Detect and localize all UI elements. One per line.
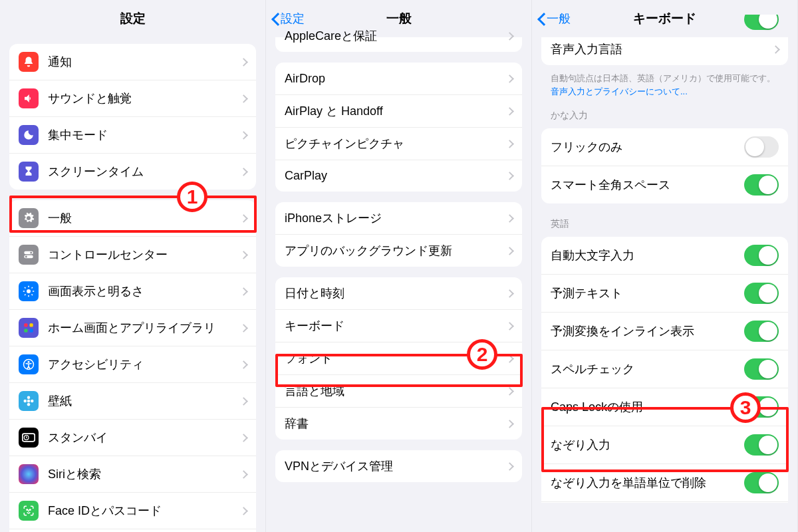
svg-point-12 [27, 396, 31, 400]
label: アクセシビリティ [48, 356, 241, 372]
chevron-right-icon [505, 354, 514, 363]
row-sos[interactable]: SOS 緊急 SOS [9, 529, 256, 532]
label: 通知 [48, 54, 241, 70]
row-capslock[interactable]: Caps Lockの使用 [541, 388, 788, 426]
label: AirPlay と Handoff [285, 103, 507, 119]
chevron-right-icon [239, 324, 248, 332]
label: VPNとデバイス管理 [285, 458, 507, 474]
row-slide-delete[interactable]: なぞり入力を単語単位で削除 [541, 464, 788, 501]
back-button-general[interactable]: 設定 [271, 11, 305, 27]
svg-rect-5 [24, 323, 27, 327]
toggle-slide-delete[interactable] [744, 472, 779, 493]
row-control-center[interactable]: コントロールセンター [9, 236, 256, 273]
svg-point-13 [27, 403, 31, 406]
siri-icon [19, 464, 39, 484]
toggle-predictive[interactable] [744, 283, 779, 304]
label: ホーム画面とアプリライブラリ [48, 320, 241, 336]
row-voice-lang[interactable]: 音声入力言語 [541, 33, 788, 65]
row-siri[interactable]: Siriと検索 [9, 456, 256, 492]
row-focus[interactable]: 集中モード [9, 116, 256, 153]
row-inline[interactable]: 予測変換をインライン表示 [541, 312, 788, 350]
svg-point-11 [27, 400, 31, 403]
general-group-b: AirDrop AirPlay と Handoff ピクチャインピクチャ Car… [275, 63, 522, 192]
chevron-right-icon [505, 387, 514, 396]
label: 日付と時刻 [285, 285, 507, 301]
label: フォント [285, 350, 507, 366]
svg-rect-7 [24, 329, 27, 332]
toggle-spellcheck[interactable] [744, 358, 779, 380]
general-group-d: 日付と時刻 キーボード フォント 言語と地域 辞書 [275, 277, 522, 440]
row-pip[interactable]: ピクチャインピクチャ [275, 127, 522, 160]
chevron-right-icon [239, 287, 248, 296]
row-voice-prev[interactable] [541, 15, 788, 33]
toggle-icon [19, 245, 39, 265]
section-head-kana: かな入力 [532, 106, 797, 126]
label: 集中モード [48, 127, 241, 143]
row-notifications[interactable]: 通知 [9, 44, 256, 80]
row-standby[interactable]: スタンバイ [9, 419, 256, 456]
chevron-right-icon [239, 214, 248, 223]
general-group-a: AppleCareと保証 [275, 25, 522, 52]
row-carplay[interactable]: CarPlay [275, 160, 522, 192]
row-period[interactable]: ピリオドの簡易入力 [541, 501, 788, 503]
grid-icon [19, 318, 39, 338]
keyboard-scroll[interactable]: 音声入力言語 自動句読点は日本語、英語（アメリカ）で使用可能です。 音声入力とプ… [532, 8, 797, 503]
faceid-icon [19, 501, 39, 521]
general-scroll[interactable]: AppleCareと保証 AirDrop AirPlay と Handoff ピ… [266, 19, 531, 513]
row-keyboard[interactable]: キーボード [275, 309, 522, 342]
svg-rect-6 [30, 323, 33, 327]
row-display[interactable]: 画面表示と明るさ [9, 273, 256, 309]
row-storage[interactable]: iPhoneストレージ [275, 202, 522, 234]
label: スペルチェック [551, 361, 744, 377]
accessibility-icon [19, 354, 39, 374]
row-airdrop[interactable]: AirDrop [275, 63, 522, 94]
toggle-slide[interactable] [744, 434, 779, 456]
toggle-inline[interactable] [744, 321, 779, 342]
row-airplay[interactable]: AirPlay と Handoff [275, 94, 522, 127]
row-flick-only[interactable]: フリックのみ [541, 128, 788, 166]
row-smart-space[interactable]: スマート全角スペース [541, 166, 788, 203]
toggle-prev[interactable] [744, 15, 779, 30]
label: 予測変換をインライン表示 [551, 323, 744, 339]
row-autocap[interactable]: 自動大文字入力 [541, 237, 788, 274]
chevron-right-icon [239, 434, 248, 442]
chevron-right-icon [505, 140, 514, 148]
row-home-screen[interactable]: ホーム画面とアプリライブラリ [9, 309, 256, 346]
row-wallpaper[interactable]: 壁紙 [9, 382, 256, 419]
row-bgrefresh[interactable]: アプリのバックグラウンド更新 [275, 234, 522, 267]
label: AirDrop [285, 72, 507, 86]
label: コントロールセンター [48, 247, 241, 263]
row-screentime[interactable]: スクリーンタイム [9, 153, 256, 190]
row-sound[interactable]: サウンドと触覚 [9, 80, 256, 116]
settings-scroll[interactable]: 通知 サウンドと触覚 集中モード スクリーンタイム 一般 [0, 37, 265, 532]
row-vpn[interactable]: VPNとデバイス管理 [275, 450, 522, 482]
row-general[interactable]: 一般 [9, 200, 256, 236]
row-slide[interactable]: なぞり入力 [541, 426, 788, 464]
toggle-smart-space[interactable] [744, 174, 779, 196]
section-head-en: 英語 [532, 214, 797, 234]
label: Face IDとパスコード [48, 503, 241, 519]
chevron-right-icon [239, 360, 248, 369]
row-datetime[interactable]: 日付と時刻 [275, 277, 522, 309]
settings-group-a: 通知 サウンドと触覚 集中モード スクリーンタイム [9, 44, 256, 190]
row-dict[interactable]: 辞書 [275, 407, 522, 440]
chevron-right-icon [239, 251, 248, 259]
toggle-capslock[interactable] [744, 396, 779, 418]
row-lang[interactable]: 言語と地域 [275, 374, 522, 407]
label: キーボード [285, 318, 507, 334]
row-font[interactable]: フォント [275, 342, 522, 374]
row-applecare[interactable]: AppleCareと保証 [275, 25, 522, 52]
row-accessibility[interactable]: アクセシビリティ [9, 346, 256, 382]
general-group-c: iPhoneストレージ アプリのバックグラウンド更新 [275, 202, 522, 267]
row-spellcheck[interactable]: スペルチェック [541, 350, 788, 388]
label: AppleCareと保証 [285, 28, 507, 44]
row-predictive[interactable]: 予測テキスト [541, 274, 788, 312]
toggle-autocap[interactable] [744, 245, 779, 266]
label: スクリーンタイム [48, 164, 241, 180]
voice-privacy-link[interactable]: 音声入力とプライバシーについて... [551, 86, 688, 96]
chevron-right-icon [239, 168, 248, 176]
row-faceid[interactable]: Face IDとパスコード [9, 492, 256, 529]
pane-general: 設定 一般 AppleCareと保証 AirDrop AirPlay と Han… [266, 0, 532, 532]
chevron-right-icon [505, 322, 514, 331]
toggle-flick[interactable] [744, 136, 779, 158]
